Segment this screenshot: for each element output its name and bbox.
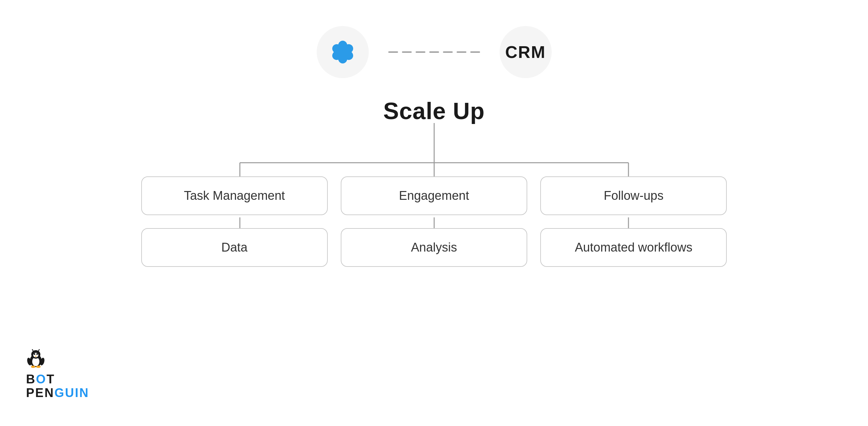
svg-point-14 [31, 366, 35, 368]
dash-2 [402, 52, 412, 53]
dash-5 [443, 52, 453, 53]
svg-point-15 [36, 366, 41, 368]
title-row: Scale Up [141, 98, 727, 124]
scale-up-title: Scale Up [383, 98, 485, 124]
row1-boxes: Task Management Engagement Follow-ups [141, 176, 727, 215]
logo-o: O [36, 372, 46, 386]
dash-7 [470, 52, 480, 53]
box-engagement: Engagement [341, 176, 527, 215]
svg-line-18 [32, 349, 33, 351]
logo-container: BOT PENGUIN [26, 349, 89, 400]
openai-icon-circle [317, 26, 369, 78]
logo-t: T [46, 372, 55, 386]
box-analysis: Analysis [341, 228, 527, 267]
dash-4 [429, 52, 439, 53]
crm-icon-circle: CRM [500, 26, 552, 78]
chart-wrapper: Scale Up Task Management Engagement Foll… [141, 98, 727, 267]
svg-line-20 [38, 349, 40, 351]
row2-boxes: Data Analysis Automated workflows [141, 228, 727, 267]
logo-bot: B [26, 372, 36, 386]
dash-6 [457, 52, 466, 53]
penguin-svg [26, 349, 45, 369]
chart-content: Scale Up Task Management Engagement Foll… [141, 98, 727, 267]
main-container: CRM Scale Up [0, 0, 868, 426]
box-followups: Follow-ups [540, 176, 727, 215]
penguin-icon [26, 349, 45, 370]
logo-pen: PEN [26, 386, 54, 400]
logo-line1: BOT [26, 373, 89, 386]
dashed-connector [388, 52, 480, 53]
svg-point-13 [36, 354, 38, 355]
logo-guin: GUIN [54, 386, 89, 400]
svg-point-12 [34, 354, 35, 355]
logo-line2: PENGUIN [26, 386, 89, 400]
dash-1 [388, 52, 398, 53]
logo-text: BOT PENGUIN [26, 373, 89, 400]
box-data: Data [141, 228, 328, 267]
top-icons-row: CRM [317, 26, 552, 78]
crm-label: CRM [505, 42, 546, 62]
box-automated-workflows: Automated workflows [540, 228, 727, 267]
openai-svg [327, 36, 359, 68]
dash-3 [415, 52, 425, 53]
box-task-management: Task Management [141, 176, 328, 215]
